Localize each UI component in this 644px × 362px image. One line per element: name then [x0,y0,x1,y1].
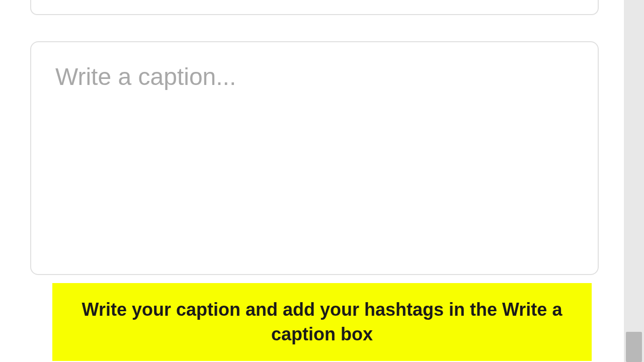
instruction-text: Write your caption and add your hashtags… [67,298,577,346]
previous-input-field[interactable] [30,0,599,15]
form-container: Write your caption and add your hashtags… [0,0,624,362]
caption-input[interactable] [30,41,599,275]
scrollbar-thumb[interactable] [626,332,642,362]
scrollbar-track[interactable] [624,0,644,362]
instruction-banner: Write your caption and add your hashtags… [52,283,592,361]
